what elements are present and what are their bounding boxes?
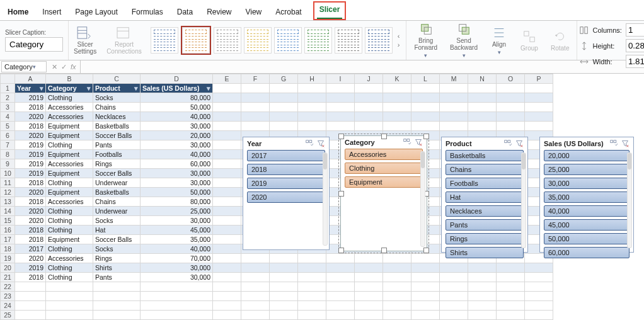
slicer-style-swatch[interactable] (335, 27, 362, 54)
filter-icon[interactable]: ▾ (134, 84, 138, 92)
cell[interactable]: 2020 (15, 188, 46, 197)
slicer-item[interactable]: 2019 (247, 178, 325, 189)
cell[interactable] (468, 112, 497, 122)
cell[interactable] (298, 112, 326, 122)
cell[interactable]: 2019 (15, 169, 46, 178)
cell[interactable] (355, 254, 383, 263)
cell[interactable] (241, 93, 270, 103)
cell[interactable] (270, 93, 298, 103)
cell[interactable] (213, 273, 241, 282)
cell[interactable]: 25,000 (141, 207, 213, 216)
cell[interactable]: Clothing (46, 273, 93, 282)
cell[interactable] (383, 112, 411, 122)
multiselect-icon[interactable] (403, 139, 411, 146)
cell[interactable] (497, 103, 525, 112)
cell[interactable] (213, 131, 241, 140)
cell[interactable]: Underwear (93, 178, 141, 188)
cell[interactable] (213, 282, 241, 292)
slicer-style-swatch[interactable] (151, 27, 178, 54)
cell[interactable] (326, 263, 355, 273)
row-header[interactable]: 18 (1, 244, 15, 254)
cell[interactable] (213, 140, 241, 150)
fx-icon[interactable]: fx (71, 63, 76, 71)
cell[interactable] (241, 122, 270, 131)
cell[interactable] (440, 84, 468, 93)
slicer-item[interactable]: 45,000 (544, 219, 630, 231)
cell[interactable]: Necklaces (93, 112, 141, 122)
column-header[interactable]: D (141, 74, 213, 84)
cell[interactable] (213, 159, 241, 169)
send-backward-button[interactable]: Send Backward ▾ (445, 22, 483, 59)
cell[interactable] (355, 93, 383, 103)
cell[interactable]: 2020 (15, 112, 46, 122)
cell[interactable]: Accessories (46, 197, 93, 207)
cell[interactable] (525, 311, 553, 320)
cell[interactable] (270, 84, 298, 93)
cell[interactable] (468, 263, 497, 273)
cell[interactable]: 30,000 (141, 169, 213, 178)
cell[interactable] (411, 112, 440, 122)
clear-filter-icon[interactable] (621, 140, 630, 147)
cell[interactable] (241, 282, 270, 292)
cell[interactable] (497, 263, 525, 273)
cell[interactable]: 35,000 (141, 235, 213, 244)
cell[interactable]: 50,000 (141, 103, 213, 112)
cell[interactable]: 30,000 (141, 263, 213, 273)
cell[interactable] (468, 93, 497, 103)
cell[interactable] (411, 282, 440, 292)
scrollbar[interactable] (420, 151, 425, 247)
cell[interactable]: Chains (93, 197, 141, 207)
column-header[interactable]: F (241, 74, 270, 84)
cell[interactable] (411, 292, 440, 301)
cell[interactable]: 30,000 (141, 122, 213, 131)
cell[interactable] (213, 93, 241, 103)
cell[interactable] (411, 273, 440, 282)
cell[interactable]: 2019 (15, 140, 46, 150)
tab-formulas[interactable]: Formulas (129, 5, 166, 20)
cell[interactable] (241, 311, 270, 320)
cell[interactable] (440, 301, 468, 311)
cell[interactable]: Equipment (46, 188, 93, 197)
cell[interactable] (213, 244, 241, 254)
chevron-down-icon[interactable]: ▾ (33, 64, 43, 70)
slicer-category[interactable]: Category AccessoriesClothingEquipment (340, 135, 427, 251)
cell[interactable] (93, 282, 141, 292)
cell[interactable] (355, 311, 383, 320)
slicer-item[interactable]: 2017 (247, 150, 325, 161)
cell[interactable] (270, 273, 298, 282)
table-header-cell[interactable]: Year▾ (15, 84, 46, 93)
cell[interactable] (213, 254, 241, 263)
cell[interactable] (383, 263, 411, 273)
cell[interactable] (468, 292, 497, 301)
cell[interactable]: 60,000 (141, 159, 213, 169)
cell[interactable] (213, 188, 241, 197)
column-header[interactable]: L (411, 74, 440, 84)
cell[interactable] (440, 103, 468, 112)
cell[interactable] (383, 103, 411, 112)
cell[interactable] (270, 263, 298, 273)
formula-bar[interactable] (80, 60, 644, 73)
tab-view[interactable]: View (243, 5, 264, 20)
cell[interactable]: Basketballs (93, 122, 141, 131)
cell[interactable]: 2020 (15, 216, 46, 226)
row-header[interactable]: 7 (1, 140, 15, 150)
row-header[interactable]: 14 (1, 207, 15, 216)
cell[interactable] (497, 292, 525, 301)
cell[interactable] (440, 282, 468, 292)
cell[interactable]: 2018 (15, 122, 46, 131)
cell[interactable] (468, 282, 497, 292)
cell[interactable]: Accessories (46, 254, 93, 263)
cell[interactable] (298, 311, 326, 320)
cell[interactable]: 2019 (15, 159, 46, 169)
cell[interactable]: Equipment (46, 169, 93, 178)
cell[interactable]: Clothing (46, 140, 93, 150)
cell[interactable]: 20,000 (141, 131, 213, 140)
cell[interactable] (298, 292, 326, 301)
row-header[interactable]: 3 (1, 103, 15, 112)
cell[interactable] (383, 84, 411, 93)
row-header[interactable]: 1 (1, 84, 15, 93)
cell[interactable]: Rings (93, 159, 141, 169)
cell[interactable] (440, 93, 468, 103)
cell[interactable]: 2018 (15, 235, 46, 244)
slicer-item[interactable]: Equipment (345, 176, 423, 188)
